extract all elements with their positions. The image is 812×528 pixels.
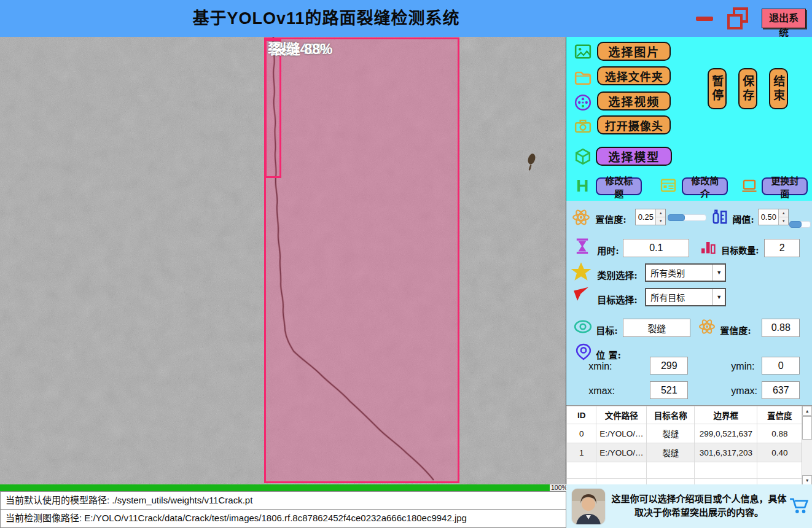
confidence-slider[interactable] bbox=[667, 214, 706, 221]
target-select-label: 目标选择: bbox=[597, 293, 638, 306]
image-viewer: 裂缝 40% 裂缝 88% bbox=[0, 37, 566, 484]
edit-title-button[interactable]: 修改标题 bbox=[596, 177, 642, 195]
image-path-status: 当前检测图像路径: E:/YOLO/v11Crack/data/Crack/te… bbox=[0, 509, 566, 528]
minimize-icon bbox=[696, 17, 713, 21]
table-scrollbar[interactable]: ▲ ▼ bbox=[802, 406, 812, 485]
threshold-label: 阈值: bbox=[732, 212, 754, 225]
count-field[interactable] bbox=[764, 239, 800, 257]
time-field[interactable] bbox=[623, 239, 689, 257]
titlebar: 基于YOLOv11的路面裂缝检测系统 退出系统 bbox=[0, 0, 812, 37]
target-select-value: 所有目标 bbox=[646, 291, 712, 303]
scroll-up-icon[interactable]: ▲ bbox=[802, 406, 812, 416]
col-header: 置信度 bbox=[757, 406, 802, 424]
count-label: 目标数量: bbox=[721, 244, 759, 256]
scroll-down-icon[interactable]: ▼ bbox=[802, 475, 812, 485]
threshold-value[interactable]: 0.50 bbox=[759, 209, 778, 225]
target-select-dropdown[interactable]: 所有目标 ▼ bbox=[645, 288, 726, 306]
confidence-spinbox[interactable]: 0.25 ▲▼ bbox=[635, 209, 666, 225]
result-target-field[interactable] bbox=[623, 319, 690, 337]
intro-panel: 这里你可以选择介绍项目或个人信息，具体取决于你希望突出展示的内容。 bbox=[566, 484, 812, 528]
threshold-spinbox[interactable]: 0.50 ▲▼ bbox=[758, 209, 789, 225]
spin-down-icon[interactable]: ▼ bbox=[656, 217, 665, 225]
ymin-field[interactable] bbox=[762, 357, 800, 375]
bottles-icon bbox=[711, 208, 728, 225]
edit-intro-button[interactable]: 修改简介 bbox=[682, 177, 728, 195]
exit-button[interactable]: 退出系统 bbox=[762, 9, 806, 28]
target-icon bbox=[574, 319, 592, 335]
flag-icon bbox=[572, 285, 590, 303]
threshold-slider[interactable] bbox=[789, 221, 811, 228]
table-row[interactable]: 1 E:/YOLO/… 裂缝 301,6,317,203 0.40 bbox=[567, 443, 802, 462]
select-video-button[interactable]: 选择视频 bbox=[597, 91, 671, 111]
model-cube-icon bbox=[574, 148, 591, 165]
spin-up-icon[interactable]: ▲ bbox=[779, 209, 788, 217]
progress-percent: 100% bbox=[551, 484, 568, 491]
confidence-label: 置信度: bbox=[595, 212, 627, 225]
table-row-empty bbox=[567, 462, 802, 479]
avatar bbox=[571, 488, 606, 525]
laptop-icon bbox=[741, 179, 757, 193]
spin-up-icon[interactable]: ▲ bbox=[656, 209, 665, 217]
col-header: 边界框 bbox=[695, 406, 757, 424]
buttons-section: 选择图片 选择文件夹 选择视频 bbox=[566, 37, 812, 201]
time-label: 用时: bbox=[597, 244, 619, 257]
spin-down-icon[interactable]: ▼ bbox=[779, 217, 788, 225]
detection-label-primary: 裂缝 88% bbox=[272, 37, 332, 58]
ymax-field[interactable] bbox=[762, 381, 800, 399]
xmin-field[interactable] bbox=[650, 357, 688, 375]
select-image-button[interactable]: 选择图片 bbox=[597, 42, 671, 61]
col-header: 目标名称 bbox=[647, 406, 695, 424]
open-camera-button[interactable]: 打开摄像头 bbox=[597, 115, 671, 134]
table-header-row: ID 文件路径 目标名称 边界框 置信度 bbox=[567, 406, 802, 424]
card-icon bbox=[660, 177, 676, 193]
result-confidence-field[interactable] bbox=[762, 319, 800, 337]
results-table: ID 文件路径 目标名称 边界框 置信度 0 E:/YOLO/… 裂缝 299,… bbox=[566, 406, 802, 487]
detection-box-large bbox=[264, 37, 459, 483]
table-row[interactable]: 0 E:/YOLO/… 裂缝 299,0,521,637 0.88 bbox=[567, 424, 802, 443]
progress-bar: 100% bbox=[0, 484, 566, 491]
window-controls: 退出系统 bbox=[695, 0, 806, 37]
bars-icon bbox=[700, 239, 716, 255]
minimize-button[interactable] bbox=[695, 9, 714, 28]
change-cover-button[interactable]: 更换封面 bbox=[762, 177, 808, 195]
class-select-value: 所有类别 bbox=[646, 266, 712, 279]
xmin-label: xmin: bbox=[588, 361, 612, 372]
select-folder-button[interactable]: 选择文件夹 bbox=[597, 66, 671, 85]
pause-button[interactable]: 暂停 bbox=[708, 68, 727, 109]
maximize-button[interactable] bbox=[727, 7, 748, 29]
select-model-button[interactable]: 选择模型 bbox=[596, 147, 672, 166]
star-icon bbox=[570, 261, 592, 282]
results-table-section: ID 文件路径 目标名称 边界框 置信度 0 E:/YOLO/… 裂缝 299,… bbox=[566, 405, 812, 485]
chevron-down-icon[interactable]: ▼ bbox=[712, 289, 725, 305]
hourglass-icon bbox=[574, 238, 591, 255]
end-button[interactable]: 结束 bbox=[769, 68, 788, 109]
confidence-slider-handle[interactable] bbox=[668, 214, 685, 221]
confidence-value[interactable]: 0.25 bbox=[636, 209, 655, 225]
threshold-slider-handle[interactable] bbox=[789, 221, 802, 228]
progress-fill bbox=[0, 484, 550, 491]
camera-icon bbox=[574, 118, 591, 134]
app-window: 基于YOLOv11的路面裂缝检测系统 退出系统 bbox=[0, 0, 812, 528]
class-select-dropdown[interactable]: 所有类别 ▼ bbox=[645, 263, 726, 282]
ymin-label: ymin: bbox=[731, 361, 754, 372]
heading-icon: H bbox=[576, 176, 588, 196]
picture-icon bbox=[574, 44, 591, 60]
pin-icon bbox=[575, 343, 592, 360]
model-path-status: 当前默认使用的模型路径: ./system_utils/weights/v11C… bbox=[0, 491, 566, 510]
xmax-label: xmax: bbox=[588, 386, 615, 397]
save-button[interactable]: 保存 bbox=[738, 68, 757, 109]
col-header: ID bbox=[567, 406, 596, 424]
result-confidence-label: 置信度: bbox=[720, 324, 751, 336]
position-label: 位 置: bbox=[596, 348, 621, 361]
cart-icon[interactable] bbox=[789, 496, 808, 517]
detection-box-small bbox=[265, 39, 281, 178]
class-select-label: 类别选择: bbox=[597, 268, 638, 281]
page-title: 基于YOLOv11的路面裂缝检测系统 bbox=[0, 0, 652, 37]
intro-text: 这里你可以选择介绍项目或个人信息，具体取决于你希望突出展示的内容。 bbox=[611, 493, 787, 520]
chevron-down-icon[interactable]: ▼ bbox=[712, 265, 725, 281]
params-section: 置信度: 0.25 ▲▼ 阈值: 0.50 ▲▼ bbox=[566, 201, 812, 405]
status-bar: 100% 当前默认使用的模型路径: ./system_utils/weights… bbox=[0, 484, 812, 528]
xmax-field[interactable] bbox=[650, 381, 688, 399]
scrollbar-thumb[interactable] bbox=[802, 416, 812, 440]
atom-icon bbox=[698, 317, 716, 336]
